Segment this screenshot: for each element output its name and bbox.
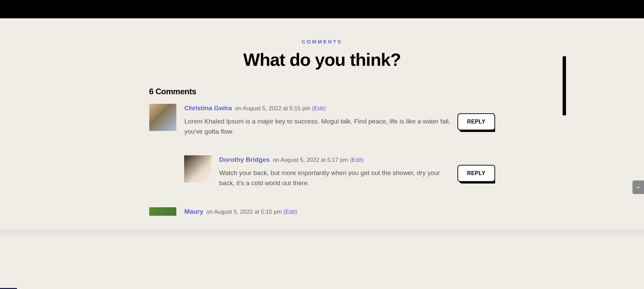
comments-count: 6 Comments xyxy=(149,87,495,96)
comment-content: Dorothy Bridges on August 5, 2022 at 5:1… xyxy=(219,155,495,188)
comment-author-link[interactable]: Christina Gwira xyxy=(184,104,232,112)
comment-item: Maury on August 5, 2022 at 5:15 pm (Edit… xyxy=(149,207,495,216)
comment-edit-link[interactable]: (Edit) xyxy=(284,209,297,215)
comments-section: COMMENTS What do you think? 6 Comments C… xyxy=(0,18,644,229)
chevron-up-icon xyxy=(635,184,642,191)
comment-body: Watch your back, but more importantly wh… xyxy=(219,168,495,189)
section-label: COMMENTS xyxy=(149,39,495,44)
comment-author-link[interactable]: Maury xyxy=(184,208,203,215)
comment-timestamp: on August 5, 2022 at 5:17 pm xyxy=(273,157,348,163)
top-navigation-bar xyxy=(0,0,644,18)
avatar xyxy=(184,155,211,182)
comment-body: Lorem Khaled Ipsum is a major key to suc… xyxy=(184,116,495,137)
comment-header: Christina Gwira on August 5, 2022 at 5:1… xyxy=(184,104,495,113)
comment-timestamp: on August 5, 2022 at 5:15 pm xyxy=(235,105,310,112)
reply-button[interactable]: REPLY xyxy=(457,113,495,130)
comment-author-link[interactable]: Dorothy Bridges xyxy=(219,156,270,163)
comments-list: Christina Gwira on August 5, 2022 at 5:1… xyxy=(149,104,495,216)
comment-item: Christina Gwira on August 5, 2022 at 5:1… xyxy=(149,104,495,137)
comment-edit-link[interactable]: (Edit) xyxy=(350,157,364,163)
comment-item-nested: Dorothy Bridges on August 5, 2022 at 5:1… xyxy=(149,155,495,188)
avatar xyxy=(149,104,176,131)
scrollbar-track[interactable] xyxy=(563,56,566,230)
section-title: What do you think? xyxy=(149,50,495,70)
comment-content: Maury on August 5, 2022 at 5:15 pm (Edit… xyxy=(184,207,495,216)
avatar xyxy=(149,207,176,216)
reply-button[interactable]: REPLY xyxy=(457,165,495,182)
comment-header: Dorothy Bridges on August 5, 2022 at 5:1… xyxy=(219,155,495,165)
scrollbar-thumb[interactable] xyxy=(563,56,566,115)
footer-section xyxy=(0,229,644,237)
comment-header: Maury on August 5, 2022 at 5:15 pm (Edit… xyxy=(184,207,495,216)
back-to-top-button[interactable] xyxy=(632,180,644,194)
comment-content: Christina Gwira on August 5, 2022 at 5:1… xyxy=(184,104,495,137)
comment-edit-link[interactable]: (Edit) xyxy=(312,105,326,112)
comment-timestamp: on August 5, 2022 at 5:15 pm xyxy=(206,209,281,215)
